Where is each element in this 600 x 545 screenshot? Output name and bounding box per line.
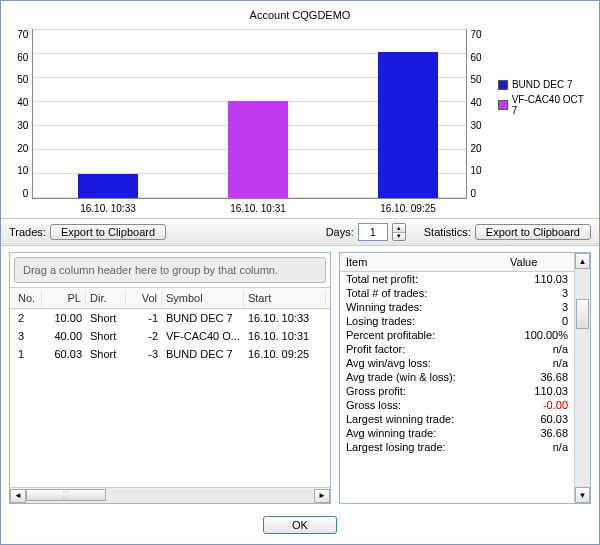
stat-row: Total # of trades:3 [340, 286, 574, 300]
stat-row: Gross profit:110.03 [340, 384, 574, 398]
legend-swatch [498, 100, 508, 110]
trades-grid-header[interactable]: No. PL Dir. Vol Symbol Start [10, 287, 330, 309]
stat-row: Avg trade (win & loss):36.68 [340, 370, 574, 384]
stat-row: Percent profitable:100.00% [340, 328, 574, 342]
col-pl[interactable]: PL [42, 290, 86, 306]
statistics-label: Statistics: [424, 226, 471, 238]
table-row[interactable]: 210.00Short-1BUND DEC 716.10. 10:33 [10, 309, 330, 327]
panels: Drag a column header here to group by th… [1, 246, 599, 510]
legend-swatch [498, 80, 508, 90]
scroll-track[interactable] [26, 489, 314, 503]
stats-grid-body: Total net profit:110.03Total # of trades… [340, 272, 574, 503]
col-symbol[interactable]: Symbol [162, 290, 244, 306]
stat-row: Losing trades:0 [340, 314, 574, 328]
export-trades-button[interactable]: Export to Clipboard [50, 224, 166, 240]
stat-row: Largest losing trade:n/a [340, 440, 574, 454]
group-by-hint[interactable]: Drag a column header here to group by th… [14, 257, 326, 283]
bar-chart [32, 29, 466, 199]
stats-grid-header[interactable]: Item Value [340, 253, 574, 272]
dialog-footer: OK [1, 510, 599, 544]
col-start[interactable]: Start [244, 290, 326, 306]
scroll-thumb-v[interactable] [576, 299, 589, 329]
bar [78, 174, 138, 198]
account-report-window: Account CQGDEMO 706050403020100 70605040… [0, 0, 600, 545]
stat-row: Avg winning trade:36.68 [340, 426, 574, 440]
statistics-panel: Item Value Total net profit:110.03Total … [339, 252, 591, 504]
chart-area: Account CQGDEMO 706050403020100 70605040… [1, 1, 599, 218]
col-no[interactable]: No. [14, 290, 42, 306]
table-row[interactable]: 340.00Short-2VF-CAC40 O...16.10. 10:31 [10, 327, 330, 345]
scroll-track-v[interactable] [575, 269, 590, 487]
col-value[interactable]: Value [504, 253, 574, 271]
export-stats-button[interactable]: Export to Clipboard [475, 224, 591, 240]
y-axis-left: 706050403020100 [11, 29, 32, 199]
scroll-left-icon[interactable]: ◄ [10, 489, 26, 503]
col-item[interactable]: Item [340, 253, 504, 271]
days-spinner[interactable]: ▲ ▼ [392, 223, 406, 241]
stat-row: Winning trades:3 [340, 300, 574, 314]
col-vol[interactable]: Vol [126, 290, 162, 306]
chart-legend: BUND DEC 7VF-CAC40 OCT 7 [498, 79, 589, 120]
trades-label: Trades: [9, 226, 46, 238]
stat-row: Profit factor:n/a [340, 342, 574, 356]
scroll-thumb[interactable] [26, 489, 106, 501]
scroll-right-icon[interactable]: ► [314, 489, 330, 503]
ok-button[interactable]: OK [263, 516, 337, 534]
y-axis-right: 706050403020100 [467, 29, 488, 199]
vertical-scrollbar[interactable]: ▲ ▼ [574, 253, 590, 503]
spinner-down-icon[interactable]: ▼ [393, 233, 405, 241]
stat-row: Avg win/avg loss:n/a [340, 356, 574, 370]
trades-panel: Drag a column header here to group by th… [9, 252, 331, 504]
bar [228, 101, 288, 198]
bar [378, 52, 438, 198]
col-dir[interactable]: Dir. [86, 290, 126, 306]
stat-row: Largest winning trade:60.03 [340, 412, 574, 426]
trades-grid-body: 210.00Short-1BUND DEC 716.10. 10:33340.0… [10, 309, 330, 487]
x-axis-labels: 16.10. 10:3316.10. 10:3116.10. 09:25 [33, 199, 483, 214]
scroll-up-icon[interactable]: ▲ [575, 253, 590, 269]
days-label: Days: [326, 226, 354, 238]
stat-row: Total net profit:110.03 [340, 272, 574, 286]
stat-row: Gross loss:-0.00 [340, 398, 574, 412]
table-row[interactable]: 160.03Short-3BUND DEC 716.10. 09:25 [10, 345, 330, 363]
spinner-up-icon[interactable]: ▲ [393, 224, 405, 233]
chart-title: Account CQGDEMO [11, 9, 589, 21]
legend-item: BUND DEC 7 [498, 79, 589, 90]
scroll-down-icon[interactable]: ▼ [575, 487, 590, 503]
days-input[interactable] [358, 223, 388, 241]
horizontal-scrollbar[interactable]: ◄ ► [10, 487, 330, 503]
legend-item: VF-CAC40 OCT 7 [498, 94, 589, 116]
toolbar: Trades: Export to Clipboard Days: ▲ ▼ St… [1, 218, 599, 246]
